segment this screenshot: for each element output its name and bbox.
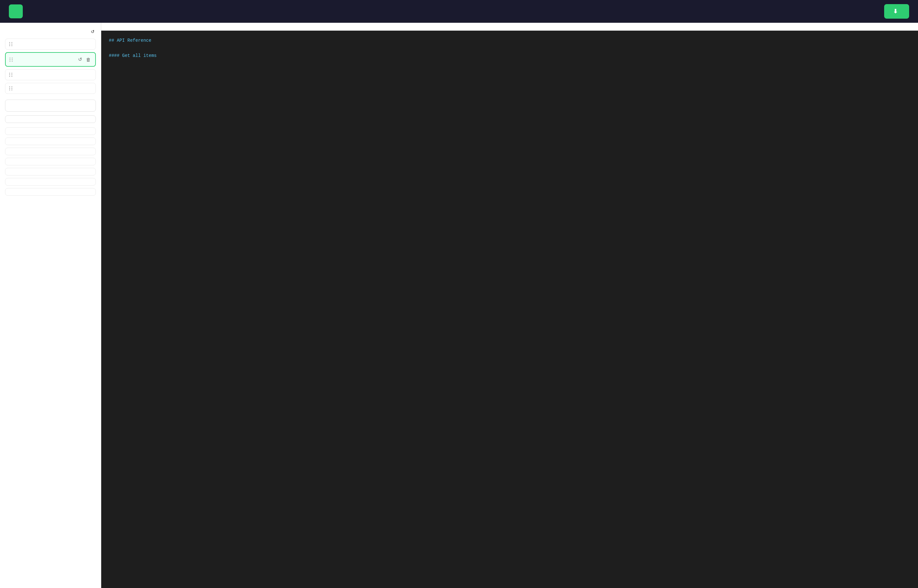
sidebar-item-demo[interactable]	[5, 168, 96, 176]
editor-tab[interactable]	[101, 23, 918, 31]
download-button[interactable]: ⬇	[884, 4, 909, 19]
sidebar-item-documentation[interactable]	[5, 188, 96, 196]
sidebar-item-badges[interactable]	[5, 137, 96, 145]
reset-icon: ↺	[91, 29, 95, 34]
drag-handle	[9, 42, 13, 46]
search-section-wrap	[5, 100, 96, 111]
editor-pane: ## API Reference #### Get all items	[101, 23, 918, 588]
sidebar-item-color-reference[interactable]	[5, 148, 96, 155]
sidebar: ↺	[0, 23, 101, 588]
sidebar-item-title-desc[interactable]	[5, 39, 96, 50]
logo[interactable]	[9, 5, 23, 18]
topnav-right: ⬇	[878, 4, 909, 19]
topnav: ⬇	[0, 0, 918, 23]
sidebar-header: ↺	[5, 29, 96, 34]
drag-handle	[9, 73, 13, 77]
custom-section-button[interactable]	[5, 115, 96, 123]
delete-section-button[interactable]: 🗑	[86, 56, 91, 63]
reset-button[interactable]: ↺	[91, 29, 96, 34]
main-layout: ↺	[0, 23, 918, 588]
sidebar-item-acknowledgements[interactable]	[5, 83, 96, 94]
sidebar-item-authors[interactable]	[5, 69, 96, 80]
sidebar-item-appendix[interactable]	[5, 128, 96, 135]
available-sections-list	[5, 128, 96, 196]
sidebar-item-api-reference[interactable]: ↺ 🗑	[5, 52, 96, 67]
refresh-section-button[interactable]: ↺	[78, 56, 83, 63]
active-sections-list: ↺ 🗑	[5, 39, 96, 94]
drag-handle	[9, 86, 13, 90]
sidebar-item-deployment[interactable]	[5, 178, 96, 186]
editor-content[interactable]: ## API Reference #### Get all items	[101, 31, 918, 588]
section-actions: ↺ 🗑	[78, 56, 91, 63]
drag-handle	[10, 58, 13, 61]
sidebar-item-contributing[interactable]	[5, 158, 96, 165]
search-section-input[interactable]	[5, 100, 96, 111]
download-icon: ⬇	[893, 8, 898, 15]
